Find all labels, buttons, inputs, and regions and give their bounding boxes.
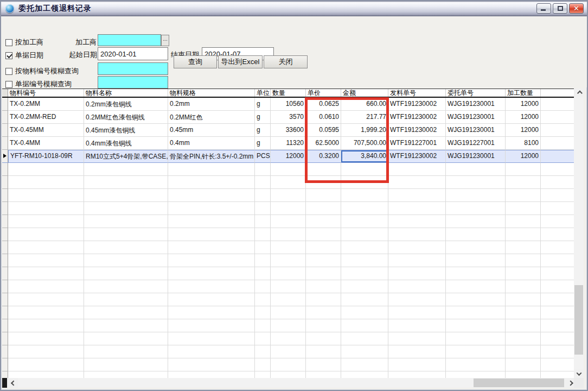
empty-cell xyxy=(506,332,541,345)
column-header[interactable]: 单价 xyxy=(306,89,341,97)
processor-input[interactable] xyxy=(98,34,161,46)
export-excel-button[interactable]: 导出到Excel xyxy=(218,55,263,68)
fuzzy-material-input[interactable] xyxy=(98,62,168,75)
table-row[interactable]: TX-0.4MM0.4mm漆包铜线0.4mmg1132062.5000707,5… xyxy=(2,137,575,150)
scroll-right-button[interactable] xyxy=(564,378,575,388)
cell[interactable]: 骨架全PIN,针长:3.5+/-0.2mm xyxy=(168,150,255,163)
cell[interactable]: 3570 xyxy=(271,111,306,124)
cell[interactable]: 12000 xyxy=(271,150,306,163)
row-indicator xyxy=(2,111,8,124)
scroll-up-button[interactable] xyxy=(574,89,584,98)
cell[interactable]: WTF191230002 xyxy=(388,124,446,137)
cell[interactable]: TX-0.4MM xyxy=(8,137,84,150)
close-button[interactable]: ✕ xyxy=(569,3,584,14)
start-date-input[interactable] xyxy=(98,47,168,60)
cell[interactable]: 11320 xyxy=(271,137,306,150)
scroll-down-button[interactable] xyxy=(574,369,584,379)
cell[interactable]: 0.45mm xyxy=(168,124,255,137)
cell[interactable]: RM10立式5+4骨架,带CASE, xyxy=(84,150,168,163)
cell[interactable]: 12000 xyxy=(506,150,541,163)
column-header[interactable]: 数量 xyxy=(271,89,306,97)
close-form-button[interactable]: 关闭 xyxy=(264,55,308,68)
cell[interactable]: 33600 xyxy=(271,124,306,137)
checkbox-fuzzy-material[interactable]: 按物料编号模糊查询 xyxy=(5,66,79,76)
title-bar[interactable]: 委托加工领退料记录 ✕ xyxy=(1,1,587,16)
cell[interactable]: WJG191230001 xyxy=(446,111,506,124)
checkbox-label: 单据编号模糊查询 xyxy=(15,79,72,89)
cell[interactable]: WTF191230002 xyxy=(388,111,446,124)
cell[interactable]: 0.4mm xyxy=(168,137,255,150)
query-button[interactable]: 查询 xyxy=(174,55,217,68)
cell[interactable]: g xyxy=(255,137,271,150)
processor-browse-button[interactable]: ... xyxy=(161,35,169,46)
empty-cell xyxy=(388,189,446,202)
cell[interactable]: 0.2mm漆包铜线 xyxy=(84,98,168,111)
cell[interactable]: WTF191227001 xyxy=(388,137,446,150)
cell[interactable]: 0.0610 xyxy=(306,111,341,124)
cell[interactable]: 10560 xyxy=(271,98,306,111)
table-row[interactable]: TX-0.2MM0.2mm漆包铜线0.2mmg105600.0625660.00… xyxy=(2,98,575,111)
cell[interactable]: 3,840.00 xyxy=(341,150,388,163)
horizontal-scrollbar-thumb[interactable] xyxy=(474,379,565,387)
cell[interactable]: WJG191227001 xyxy=(446,137,506,150)
cell[interactable]: 62.5000 xyxy=(306,137,341,150)
cell[interactable]: WJG191230001 xyxy=(446,150,506,163)
cell[interactable]: g xyxy=(255,111,271,124)
vertical-scrollbar-thumb[interactable] xyxy=(574,285,583,355)
cell[interactable]: TX-0.2MM xyxy=(8,98,84,111)
horizontal-scrollbar[interactable] xyxy=(2,378,575,388)
cell[interactable]: g xyxy=(255,124,271,137)
table-row[interactable]: YFT-RM10-1018-09RRM10立式5+4骨架,带CASE,骨架全PI… xyxy=(2,150,575,163)
cell[interactable]: WTF191230002 xyxy=(388,98,446,111)
minimize-button[interactable] xyxy=(536,3,551,14)
empty-cell xyxy=(271,215,306,228)
empty-cell xyxy=(446,215,506,228)
cell[interactable]: TX-0.45MM xyxy=(8,124,84,137)
cell[interactable]: WJG191230001 xyxy=(446,98,506,111)
cell[interactable]: WJG191230001 xyxy=(446,124,506,137)
empty-cell xyxy=(255,163,271,176)
checkbox-by-date[interactable]: 单据日期 xyxy=(5,51,43,60)
cell[interactable]: 0.2mm xyxy=(168,98,255,111)
column-header[interactable]: 委托单号 xyxy=(446,89,506,97)
table-row[interactable]: TX-0.2MM-RED0.2MM红色漆包铜线0.2MM红色g35700.061… xyxy=(2,111,575,124)
vertical-scrollbar[interactable] xyxy=(574,89,584,379)
column-header[interactable]: 单位 xyxy=(255,89,271,97)
cell[interactable]: 0.2MM红色漆包铜线 xyxy=(84,111,168,124)
checkbox-by-processor[interactable]: 按加工商 xyxy=(5,37,43,47)
cell[interactable]: 0.0595 xyxy=(306,124,341,137)
maximize-button[interactable] xyxy=(553,3,567,14)
cell[interactable]: 0.0625 xyxy=(306,98,341,111)
empty-cell xyxy=(388,176,446,189)
cell[interactable]: 12000 xyxy=(506,98,541,111)
cell[interactable]: 8100 xyxy=(506,137,541,150)
column-header[interactable]: 金额 xyxy=(341,89,388,97)
cell[interactable]: YFT-RM10-1018-09R xyxy=(8,150,84,163)
cell[interactable]: 660.00 xyxy=(341,98,388,111)
cell[interactable]: 0.3200 xyxy=(306,150,341,163)
table-row[interactable]: TX-0.45MM0.45mm漆包铜线0.45mmg336000.05951,9… xyxy=(2,124,575,137)
column-header[interactable]: 物料编号 xyxy=(8,89,84,97)
cell[interactable]: 12000 xyxy=(506,124,541,137)
cell[interactable]: PCS xyxy=(255,150,271,163)
column-header[interactable]: 加工数量 xyxy=(506,89,541,97)
column-header[interactable]: 物料名称 xyxy=(84,89,168,97)
cell[interactable]: g xyxy=(255,98,271,111)
column-header[interactable]: 物料规格 xyxy=(168,89,255,97)
cell[interactable]: 12000 xyxy=(506,111,541,124)
cell[interactable]: 0.2MM红色 xyxy=(168,111,255,124)
cell[interactable]: WTF191230002 xyxy=(388,150,446,163)
empty-cell xyxy=(8,306,84,319)
cell[interactable]: 707,500.00 xyxy=(341,137,388,150)
cell[interactable]: 217.77 xyxy=(341,111,388,124)
cell[interactable]: TX-0.2MM-RED xyxy=(8,111,84,124)
empty-cell xyxy=(341,293,388,306)
checkbox-fuzzy-document[interactable]: 单据编号模糊查询 xyxy=(5,79,72,89)
column-header[interactable]: 发料单号 xyxy=(388,89,446,97)
cell[interactable]: 0.4mm漆包铜线 xyxy=(84,137,168,150)
cell[interactable]: 0.45mm漆包铜线 xyxy=(84,124,168,137)
cell[interactable]: 1,999.20 xyxy=(341,124,388,137)
scroll-left-button[interactable] xyxy=(7,378,18,388)
hscrollbar-grip[interactable] xyxy=(2,378,7,388)
fuzzy-document-input[interactable] xyxy=(98,76,168,89)
